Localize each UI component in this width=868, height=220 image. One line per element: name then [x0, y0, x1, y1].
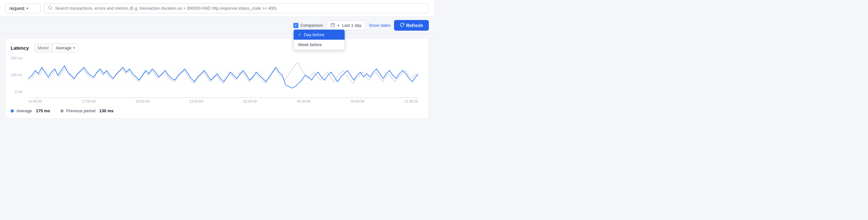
metric-label: Metric [34, 44, 53, 52]
search-bar[interactable]: Search transactions, errors and metrics … [44, 3, 429, 13]
top-bar: request ▾ Search transactions, errors an… [0, 0, 434, 17]
date-picker[interactable]: ▾ Last 1 day [326, 20, 366, 30]
x-label-05: 05:00:00 [297, 99, 311, 103]
average-legend-value: 175 ms [36, 108, 50, 113]
x-label-17: 17:00:00 [82, 99, 96, 103]
x-label-02: 02:00:00 [243, 99, 257, 103]
refresh-button[interactable]: Refresh [394, 20, 429, 31]
week-before-option[interactable]: Week before [293, 40, 345, 50]
check-icon: ✓ [298, 32, 301, 37]
metric-value[interactable]: Average ▾ [53, 44, 79, 52]
show-dates-button[interactable]: Show dates [369, 23, 391, 28]
x-label-08: 08:00:00 [351, 99, 365, 103]
average-line [28, 66, 418, 88]
refresh-icon [400, 23, 404, 28]
day-before-label: Day before [304, 32, 324, 37]
x-label-20: 20:00:00 [135, 99, 149, 103]
date-range-label: Last 1 day [342, 23, 362, 28]
previous-legend-label: Previous period [66, 108, 95, 113]
chart-legend: Average 175 ms Previous period 130 ms [11, 106, 423, 113]
day-before-option[interactable]: ✓ Day before [293, 30, 345, 40]
legend-average: Average 175 ms [11, 108, 50, 113]
chevron-down-icon: ▾ [73, 46, 75, 50]
search-icon [48, 5, 53, 11]
svg-line-1 [51, 9, 52, 10]
average-legend-label: Average [17, 108, 32, 113]
y-label-200: 200 ms [11, 56, 22, 60]
metric-value-text: Average [56, 45, 71, 50]
x-label-23: 23:00:00 [189, 99, 203, 103]
toolbar: ✓ Comparison ✓ Day before Week before ▾ … [0, 17, 434, 34]
svg-rect-2 [331, 23, 335, 27]
checkbox-checked-icon: ✓ [293, 23, 299, 28]
previous-legend-value: 130 ms [99, 108, 114, 113]
chart-title: Latency [11, 45, 29, 51]
legend-previous: Previous period 130 ms [60, 108, 113, 113]
y-label-100: 100 ms [11, 73, 22, 77]
chevron-down-icon: ▾ [338, 23, 339, 28]
chart-wrapper: 200 ms 100 ms 0 ms 14:00:00 17:00:00 20:… [28, 56, 418, 103]
comparison-checkbox[interactable]: ✓ Comparison [293, 23, 323, 28]
average-dot-icon [11, 109, 14, 113]
comparison-label: Comparison [301, 23, 323, 28]
chart-section: Latency Metric Average ▾ 200 ms 100 ms 0… [5, 38, 429, 119]
chart-header: Latency Metric Average ▾ [11, 43, 423, 52]
x-axis: 14:00:00 17:00:00 20:00:00 23:00:00 02:0… [28, 98, 418, 103]
week-before-label: Week before [298, 42, 322, 47]
comparison-group: ✓ Comparison ✓ Day before Week before [293, 23, 323, 28]
request-selector[interactable]: request ▾ [5, 4, 41, 13]
x-label-11: 11:00:00 [404, 99, 418, 103]
calendar-icon [331, 23, 335, 28]
chevron-down-icon: ▾ [27, 6, 28, 11]
previous-dot-icon [60, 109, 64, 113]
search-placeholder: Search transactions, errors and metrics … [55, 6, 277, 11]
latency-chart [28, 56, 418, 98]
x-label-14: 14:00:00 [28, 99, 42, 103]
y-label-0: 0 ms [14, 90, 22, 94]
metric-selector[interactable]: Metric Average ▾ [34, 43, 79, 52]
svg-point-0 [49, 6, 52, 9]
request-selector-label: request [9, 6, 25, 11]
refresh-label: Refresh [406, 23, 423, 28]
comparison-dropdown: ✓ Day before Week before [293, 29, 345, 50]
y-axis: 200 ms 100 ms 0 ms [11, 56, 24, 94]
